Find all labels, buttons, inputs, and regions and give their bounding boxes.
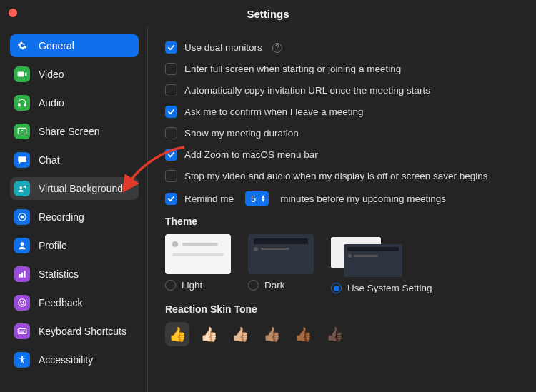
checkbox[interactable] xyxy=(165,106,177,118)
radio-button[interactable] xyxy=(165,280,176,291)
setting-row: Use dual monitors? xyxy=(165,41,519,54)
setting-row: Add Zoom to macOS menu bar xyxy=(165,149,519,161)
headphone-icon xyxy=(14,95,30,111)
skin-tone-section-title: Reaction Skin Tone xyxy=(165,303,519,315)
sidebar-item-profile[interactable]: Profile xyxy=(10,234,139,257)
theme-option-light[interactable]: Light xyxy=(165,234,231,293)
setting-label: Automatically copy invitation URL once t… xyxy=(184,85,430,96)
access-icon xyxy=(14,352,30,368)
theme-label: Light xyxy=(182,280,202,291)
skin-tone-option[interactable]: 👍 xyxy=(165,322,189,346)
svg-rect-8 xyxy=(21,273,23,278)
record-icon xyxy=(14,209,30,225)
remind-minutes-stepper[interactable]: 5 ▲▼ xyxy=(245,191,269,206)
svg-point-5 xyxy=(21,216,24,219)
sidebar-item-label: Video xyxy=(39,69,64,80)
setting-row: Enter full screen when starting or joini… xyxy=(165,63,519,75)
checkbox[interactable] xyxy=(165,84,177,96)
svg-point-3 xyxy=(20,186,23,189)
sidebar-item-label: Recording xyxy=(39,211,84,223)
setting-row: Show my meeting duration xyxy=(165,127,519,139)
theme-thumbnail xyxy=(331,234,405,277)
checkbox[interactable] xyxy=(165,170,177,182)
titlebar: Settings xyxy=(0,0,536,27)
smile-icon xyxy=(14,295,30,311)
radio-button[interactable] xyxy=(331,283,342,293)
sidebar-item-chat[interactable]: Chat xyxy=(10,149,139,171)
skin-tone-option[interactable]: 👍🏼 xyxy=(228,322,252,346)
sidebar-item-audio[interactable]: Audio xyxy=(10,91,139,114)
skin-tone-option[interactable]: 👍🏿 xyxy=(322,322,347,346)
theme-thumbnail xyxy=(248,234,314,274)
checkbox-remind-me[interactable] xyxy=(165,193,177,205)
sidebar-item-label: General xyxy=(39,40,74,51)
skin-tone-option[interactable]: 👍🏻 xyxy=(197,322,221,346)
screen-icon xyxy=(14,124,30,139)
vb-icon xyxy=(14,181,30,196)
sidebar-item-label: Share Screen xyxy=(39,126,100,137)
radio-button[interactable] xyxy=(248,280,259,291)
sidebar-item-share-screen[interactable]: Share Screen xyxy=(10,120,139,143)
checkbox[interactable] xyxy=(165,41,177,54)
gear-icon xyxy=(14,38,30,54)
setting-label: Show my meeting duration xyxy=(184,128,299,139)
sidebar-item-keyboard-shortcuts[interactable]: Keyboard Shortcuts xyxy=(10,320,139,343)
theme-label: Use System Setting xyxy=(347,283,432,293)
setting-row: Automatically copy invitation URL once t… xyxy=(165,84,519,96)
svg-rect-1 xyxy=(24,104,26,106)
checkbox[interactable] xyxy=(165,149,177,161)
sidebar-item-accessibility[interactable]: Accessibility xyxy=(10,348,139,371)
sidebar-item-feedback[interactable]: Feedback xyxy=(10,291,139,314)
sidebar-item-general[interactable]: General xyxy=(10,34,139,57)
video-icon xyxy=(14,66,30,82)
svg-rect-0 xyxy=(19,104,20,106)
theme-section-title: Theme xyxy=(165,216,519,227)
svg-rect-9 xyxy=(24,271,25,277)
remind-minutes-value: 5 xyxy=(251,194,256,204)
setting-label: Stop my video and audio when my display … xyxy=(184,171,487,181)
profile-icon xyxy=(14,238,30,253)
keyboard-icon xyxy=(14,323,30,339)
theme-radio-row: Dark xyxy=(248,280,314,291)
sidebar-item-statistics[interactable]: Statistics xyxy=(10,263,139,286)
stepper-arrows-icon: ▲▼ xyxy=(260,195,266,202)
theme-thumbnail xyxy=(165,234,231,274)
help-icon[interactable]: ? xyxy=(272,43,282,53)
sidebar-item-label: Feedback xyxy=(39,297,82,308)
svg-point-11 xyxy=(21,301,21,302)
sidebar: GeneralVideoAudioShare ScreenChatVirtual… xyxy=(0,27,148,392)
setting-row: Ask me to confirm when I leave a meeting xyxy=(165,106,519,118)
main-pane: Use dual monitors?Enter full screen when… xyxy=(148,27,536,392)
setting-label: Enter full screen when starting or joini… xyxy=(184,64,401,74)
sidebar-item-virtual-background[interactable]: Virtual Background xyxy=(10,177,139,200)
sidebar-item-label: Profile xyxy=(39,240,67,251)
setting-label: Ask me to confirm when I leave a meeting xyxy=(184,106,364,117)
sidebar-item-recording[interactable]: Recording xyxy=(10,206,139,228)
theme-option-use-system-setting[interactable]: Use System Setting xyxy=(331,234,432,293)
theme-radio-row: Light xyxy=(165,280,231,291)
svg-rect-13 xyxy=(18,329,26,334)
svg-point-6 xyxy=(21,242,24,246)
sidebar-item-label: Accessibility xyxy=(39,354,93,366)
setting-row: Stop my video and audio when my display … xyxy=(165,170,519,182)
setting-label: Add Zoom to macOS menu bar xyxy=(184,149,318,160)
stats-icon xyxy=(14,266,30,282)
theme-option-dark[interactable]: Dark xyxy=(248,234,314,293)
checkbox[interactable] xyxy=(165,127,177,139)
sidebar-item-label: Audio xyxy=(39,97,64,109)
close-window-button[interactable] xyxy=(9,9,17,17)
sidebar-item-video[interactable]: Video xyxy=(10,63,139,86)
theme-radio-row: Use System Setting xyxy=(331,283,432,293)
label-remind-after: minutes before my upcoming meetings xyxy=(280,194,446,204)
window-title: Settings xyxy=(247,8,289,20)
checkbox[interactable] xyxy=(165,63,177,75)
skin-tone-option[interactable]: 👍🏽 xyxy=(259,322,284,346)
setting-remind-me: Remind me 5 ▲▼ minutes before my upcomin… xyxy=(165,191,519,206)
skin-tone-option[interactable]: 👍🏾 xyxy=(291,322,315,346)
theme-label: Dark xyxy=(264,280,285,291)
svg-point-12 xyxy=(23,301,24,302)
svg-rect-7 xyxy=(19,274,20,278)
sidebar-item-label: Virtual Background xyxy=(39,183,123,194)
svg-point-10 xyxy=(19,299,26,307)
label-remind-before: Remind me xyxy=(184,194,234,204)
